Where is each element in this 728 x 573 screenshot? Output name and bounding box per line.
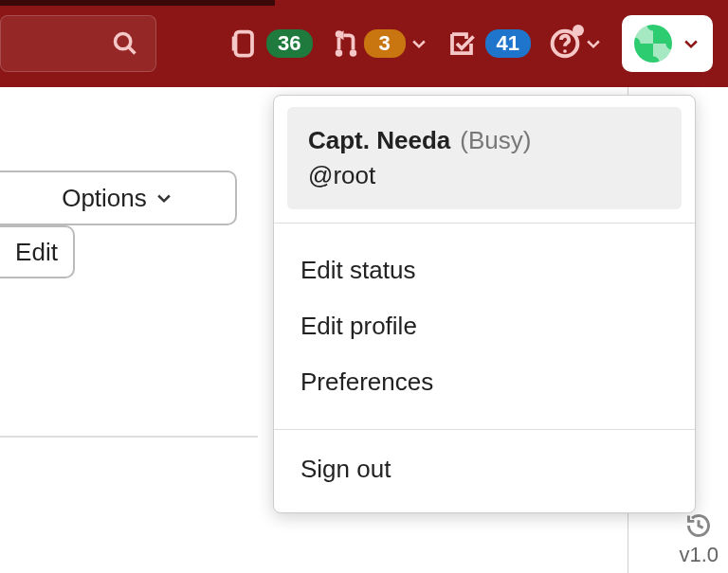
options-button[interactable]: Options (0, 170, 237, 225)
chevron-down-icon (410, 34, 428, 53)
merge-requests-count-badge: 3 (364, 29, 406, 58)
avatar-icon (634, 25, 672, 63)
horizontal-divider (0, 436, 258, 438)
help-nav[interactable] (550, 28, 603, 59)
merge-requests-nav[interactable]: 3 (332, 29, 428, 58)
user-display-name: Capt. Needa (308, 126, 450, 155)
merge-request-icon (332, 29, 360, 58)
svg-point-8 (349, 49, 356, 57)
history-icon (685, 512, 712, 539)
top-navigation-bar: 36 3 41 (0, 0, 728, 87)
todos-count-badge: 41 (485, 29, 531, 58)
issues-count-badge: 36 (266, 29, 312, 58)
user-status: (Busy) (460, 126, 531, 155)
version-info: v1.0 (679, 512, 719, 567)
user-info-panel[interactable]: Capt. Needa (Busy) @root (287, 107, 682, 209)
user-menu-button[interactable] (622, 15, 713, 72)
search-icon (112, 30, 138, 57)
menu-item-edit-status[interactable]: Edit status (274, 242, 695, 298)
svg-point-10 (563, 49, 567, 53)
menu-item-edit-profile[interactable]: Edit profile (274, 298, 695, 354)
svg-line-1 (129, 47, 136, 54)
svg-rect-2 (236, 32, 253, 56)
menu-item-sign-out[interactable]: Sign out (274, 441, 695, 497)
edit-button[interactable]: Edit (0, 225, 75, 278)
edit-label: Edit (15, 238, 58, 267)
svg-point-5 (335, 49, 342, 57)
issues-nav[interactable]: 36 (228, 29, 312, 58)
menu-item-preferences[interactable]: Preferences (274, 354, 695, 410)
assignee-avatar[interactable] (707, 309, 728, 347)
todos-nav[interactable]: 41 (447, 29, 531, 58)
svg-point-0 (116, 34, 131, 49)
issues-icon (228, 29, 257, 58)
user-handle: @root (308, 161, 661, 190)
user-dropdown-menu: Capt. Needa (Busy) @root Edit status Edi… (273, 95, 696, 513)
chevron-down-icon (682, 34, 701, 53)
todo-icon (447, 29, 476, 58)
options-label: Options (62, 184, 147, 213)
version-label: v1.0 (679, 543, 719, 567)
chevron-down-icon (155, 188, 173, 207)
chevron-down-icon (584, 34, 603, 53)
search-box[interactable] (0, 15, 156, 72)
notification-dot-icon (573, 25, 584, 36)
svg-rect-3 (232, 37, 236, 51)
